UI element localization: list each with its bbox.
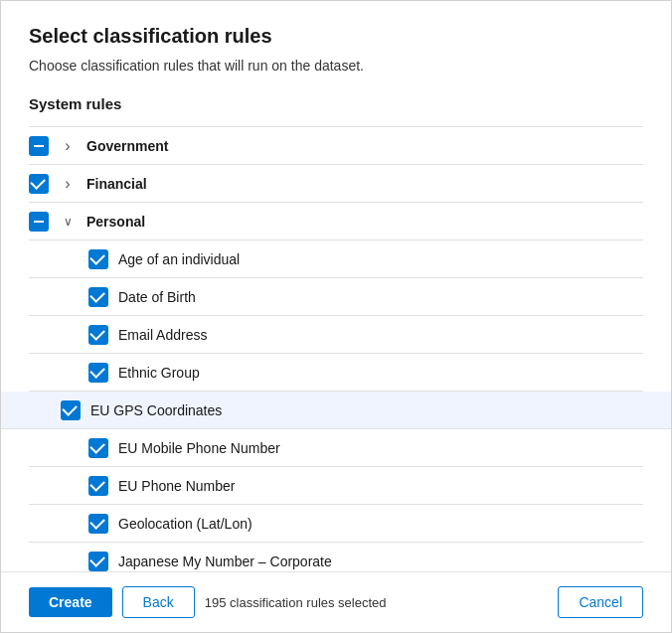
rule-item-date-of-birth: Date of Birth: [29, 278, 643, 316]
checkbox-age-individual[interactable]: [88, 249, 108, 269]
checkbox-geolocation[interactable]: [88, 514, 108, 534]
back-button[interactable]: Back: [122, 586, 195, 618]
rule-item-financial: Financial: [29, 165, 643, 203]
rule-item-jmn-corporate: Japanese My Number – Corporate: [29, 543, 643, 571]
rule-item-ethnic-group: Ethnic Group: [29, 354, 643, 392]
checkbox-date-of-birth[interactable]: [88, 287, 108, 307]
label-government: Government: [86, 138, 643, 154]
checkbox-eu-phone[interactable]: [88, 476, 108, 496]
footer-status: 195 classification rules selected: [205, 595, 387, 610]
label-email-address: Email Address: [118, 327, 643, 343]
label-date-of-birth: Date of Birth: [118, 289, 643, 305]
checkbox-jmn-corporate[interactable]: [88, 552, 108, 571]
label-eu-phone: EU Phone Number: [118, 478, 643, 494]
checkbox-government[interactable]: [29, 136, 49, 156]
dialog-title: Select classification rules: [29, 25, 643, 48]
label-eu-gps: EU GPS Coordinates: [90, 402, 643, 418]
checkbox-personal[interactable]: [29, 212, 49, 232]
checkbox-email-address[interactable]: [88, 325, 108, 345]
dialog-footer: Create Back 195 classification rules sel…: [1, 571, 671, 632]
checkbox-financial[interactable]: [29, 174, 49, 194]
dialog-subtitle: Choose classification rules that will ru…: [29, 58, 643, 74]
create-button[interactable]: Create: [29, 587, 112, 617]
label-ethnic-group: Ethnic Group: [118, 365, 643, 381]
dialog-body: Select classification rules Choose class…: [1, 1, 671, 571]
section-title: System rules: [29, 95, 643, 112]
rule-item-eu-mobile: EU Mobile Phone Number: [29, 429, 643, 467]
rule-item-email-address: Email Address: [29, 316, 643, 354]
rule-item-government: Government: [29, 127, 643, 165]
label-eu-mobile: EU Mobile Phone Number: [118, 440, 643, 456]
label-jmn-corporate: Japanese My Number – Corporate: [118, 554, 643, 569]
checkbox-ethnic-group[interactable]: [88, 363, 108, 383]
rule-item-age-individual: Age of an individual: [29, 240, 643, 278]
cancel-button[interactable]: Cancel: [558, 586, 643, 618]
label-personal: Personal: [86, 214, 643, 230]
rule-item-personal: Personal: [29, 203, 643, 240]
checkbox-eu-mobile[interactable]: [88, 438, 108, 458]
checkbox-eu-gps[interactable]: [61, 400, 81, 420]
rule-item-geolocation: Geolocation (Lat/Lon): [29, 505, 643, 543]
label-age-individual: Age of an individual: [118, 251, 643, 267]
expand-financial-icon[interactable]: [59, 175, 77, 193]
expand-personal-icon[interactable]: [59, 213, 77, 231]
label-financial: Financial: [86, 176, 643, 192]
label-geolocation: Geolocation (Lat/Lon): [118, 516, 643, 532]
rule-list: Government Financial Personal: [29, 126, 643, 571]
rule-item-eu-phone: EU Phone Number: [29, 467, 643, 505]
dialog: Select classification rules Choose class…: [0, 0, 672, 633]
rule-item-eu-gps: EU GPS Coordinates: [1, 392, 671, 429]
expand-government-icon[interactable]: [59, 137, 77, 155]
